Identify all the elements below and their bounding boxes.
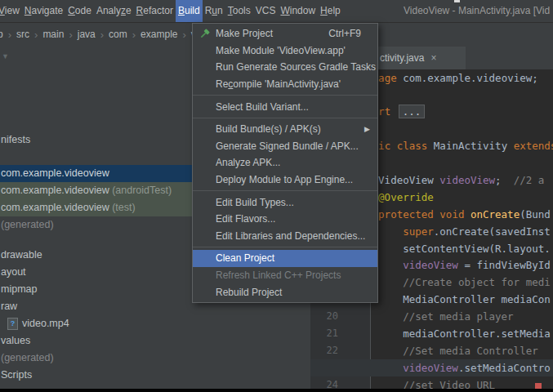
tree-item-label: ayout [1, 264, 26, 281]
code-token: onCreate [470, 208, 520, 220]
code-line: //Create object for medi [403, 274, 551, 291]
chevron-right-icon: › [96, 29, 109, 41]
code-token: .onCreate(savedInst [434, 225, 551, 238]
menu-refactor[interactable]: Refactor [134, 0, 176, 22]
menu-item-deploy-module-to-app-engine[interactable]: Deploy Module to App Engine... [193, 172, 377, 189]
android-studio-window: ViewNavigateCodeAnalyzeRefactorBuildRunT… [0, 0, 553, 392]
code-line: videoView = findViewById [403, 256, 551, 274]
menu-item-rebuild-project[interactable]: Rebuild Project [193, 283, 377, 301]
menu-analyze[interactable]: Analyze [94, 0, 134, 22]
line-number-22: 22 [310, 342, 338, 359]
menu-item-make-module-videoview-app[interactable]: Make Module 'VideoView.app' [193, 42, 377, 60]
breadcrumb-src[interactable]: src [16, 29, 29, 40]
menu-tools[interactable]: Tools [225, 0, 253, 22]
breadcrumb-com[interactable]: com [109, 29, 127, 40]
code-token: @Override [378, 191, 434, 203]
code-token: ; [495, 174, 514, 186]
code-token: MainActivity [434, 140, 514, 152]
menu-item-make-project[interactable]: Make ProjectCtrl+F9 [193, 25, 377, 42]
menu-build[interactable]: Build [176, 0, 203, 22]
menu-item-analyze-apk[interactable]: Analyze APK... [193, 154, 377, 172]
menu-run[interactable]: Run [203, 0, 225, 22]
code-token: MediaController mediaCon [403, 293, 551, 305]
unknown-file-icon: ? [7, 318, 18, 330]
menu-item-label: Recompile 'MainActivity.java' [216, 78, 377, 90]
tree-item-suffix: (test) [109, 199, 136, 216]
menu-item-label: Make Module 'VideoView.app' [216, 45, 377, 56]
menu-item-label: Deploy Module to App Engine... [216, 174, 377, 185]
tree-item--generated-[interactable]: (generated) [0, 350, 310, 367]
close-icon[interactable]: × [430, 52, 436, 64]
code-token: com.example.videoview; [403, 72, 538, 84]
menu-view[interactable]: View [0, 0, 22, 22]
window-title: VideoView - MainActivity.java [Vid [404, 0, 550, 22]
dropdown-arrow-icon[interactable]: ▼ [2, 52, 9, 60]
menu-window[interactable]: Window [278, 0, 318, 22]
breadcrumb-example[interactable]: example [140, 29, 177, 40]
menu-item-refresh-linked-c-projects: Refresh Linked C++ Projects [193, 267, 377, 284]
code-line: MediaController mediaCon [403, 291, 551, 308]
tree-item-suffix: (androidTest) [109, 182, 172, 199]
code-line: super.onCreate(savedInst [403, 223, 551, 240]
code-token: setContentView(R.layout. [403, 243, 551, 255]
menu-separator [193, 95, 377, 96]
menu-item-label: Select Build Variant... [216, 101, 377, 113]
chevron-right-icon: › [127, 29, 140, 41]
menu-navigate[interactable]: Navigate [22, 0, 65, 22]
tree-item-scripts[interactable]: Scripts [0, 367, 310, 384]
submenu-arrow-icon: ▶ [364, 125, 377, 133]
code-line: protected void onCreate(Bund [378, 206, 551, 223]
tree-item-label: raw [1, 298, 17, 315]
menu-bar: ViewNavigateCodeAnalyzeRefactorBuildRunT… [0, 0, 553, 23]
menu-item-label: Rebuild Project [216, 287, 377, 298]
breadcrumb-main[interactable]: main [42, 29, 64, 40]
menu-item-label: Clean Project [216, 252, 377, 264]
line-number-21: 21 [310, 325, 338, 342]
menu-item-label: Refresh Linked C++ Projects [216, 270, 377, 281]
code-token: videoView [403, 259, 458, 271]
chevron-right-icon: › [29, 29, 42, 41]
menu-help[interactable]: Help [318, 0, 343, 22]
breadcrumb-java[interactable]: java [78, 29, 96, 40]
menu-item-build-bundle-s-apk-s[interactable]: Build Bundle(s) / APK(s)▶ [193, 121, 377, 138]
tree-item-label: com.example.videoview [1, 165, 109, 182]
chevron-right-icon: › [177, 29, 190, 41]
line-number-20: 20 [310, 308, 338, 325]
code-token: = findViewById [458, 259, 551, 271]
code-token: .setMediaContro [458, 362, 551, 374]
tree-item-label: com.example.videoview [1, 182, 109, 199]
code-token: //Set media Controller [403, 345, 538, 357]
menu-item-edit-libraries-and-dependencies[interactable]: Edit Libraries and Dependencies... [193, 228, 377, 245]
menu-item-label: Generate Signed Bundle / APK... [216, 140, 377, 152]
tab-label: ctivity.java [380, 52, 424, 64]
menu-vcs[interactable]: VCS [253, 0, 279, 22]
menu-item-select-build-variant[interactable]: Select Build Variant... [193, 98, 377, 115]
code-line: mediaController.setMedia [403, 325, 551, 342]
menu-item-label: Make Project [216, 28, 328, 39]
code-token: VideoView [378, 174, 439, 186]
menu-code[interactable]: Code [65, 0, 94, 22]
code-line: public class MainActivity extends [354, 137, 553, 154]
menu-item-generate-signed-bundle-apk[interactable]: Generate Signed Bundle / APK... [193, 138, 377, 155]
code-token: //set media player [403, 310, 513, 323]
chevron-right-icon: › [64, 29, 77, 41]
menu-item-recompile-mainactivity-java[interactable]: Recompile 'MainActivity.java' [193, 76, 377, 93]
code-token: //Create object for medi [403, 276, 551, 288]
code-line: setContentView(R.layout. [403, 240, 551, 257]
tree-item-label: values [1, 332, 30, 350]
code-token: super [403, 225, 434, 238]
tree-item-video.mp4[interactable]: ?video.mp4 [0, 315, 310, 332]
code-token: (Bund [520, 208, 551, 220]
tree-item-label: nifests [1, 131, 30, 149]
menu-item-clean-project[interactable]: Clean Project [193, 250, 377, 267]
menu-separator [193, 247, 377, 247]
menu-separator [193, 118, 377, 118]
code-token: videoView [403, 362, 458, 374]
menu-item-edit-build-types[interactable]: Edit Build Types... [193, 194, 377, 211]
menu-item-label: Edit Build Types... [216, 197, 377, 208]
code-line: //set media player [403, 308, 513, 325]
tree-item-values[interactable]: values [0, 332, 310, 350]
code-line: videoView.setMediaContro [403, 359, 551, 376]
menu-item-edit-flavors[interactable]: Edit Flavors... [193, 211, 377, 228]
menu-item-run-generate-sources-gradle-tasks[interactable]: Run Generate Sources Gradle Tasks [193, 59, 377, 76]
